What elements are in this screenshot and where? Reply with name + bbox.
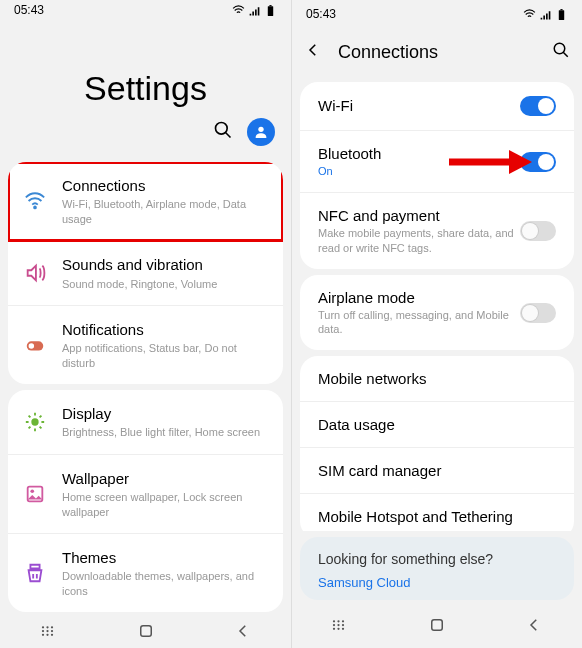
toggle-bluetooth[interactable] [520, 152, 556, 172]
conn-item-data-usage[interactable]: Data usage [300, 402, 574, 448]
settings-item-themes[interactable]: ThemesDownloadable themes, wallpapers, a… [8, 534, 283, 612]
svg-rect-12 [560, 9, 562, 10]
home-button[interactable] [137, 622, 155, 644]
back-button[interactable] [525, 616, 543, 638]
suggestions-card: Looking for something else? Samsung Clou… [300, 537, 574, 600]
connections-screen: 05:43 Connections Wi-Fi BluetoothOnNFC a… [291, 0, 582, 648]
conn-item-mobile-hotspot-and-tethering[interactable]: Mobile Hotspot and Tethering [300, 494, 574, 531]
item-text: BluetoothOn [318, 145, 520, 178]
svg-point-4 [34, 207, 36, 209]
conn-item-wi-fi[interactable]: Wi-Fi [300, 82, 574, 131]
conn-item-mobile-networks[interactable]: Mobile networks [300, 356, 574, 402]
connections-group: Airplane modeTurn off calling, messaging… [300, 275, 574, 351]
conn-item-sim-card-manager[interactable]: SIM card manager [300, 448, 574, 494]
item-title: NFC and payment [318, 207, 520, 224]
settings-item-wallpaper[interactable]: WallpaperHome screen wallpaper, Lock scr… [8, 455, 283, 534]
item-subtitle: On [318, 164, 520, 178]
item-title: Data usage [318, 416, 556, 433]
svg-rect-10 [140, 626, 151, 637]
back-button[interactable] [234, 622, 252, 644]
item-text: NFC and paymentMake mobile payments, sha… [318, 207, 520, 255]
home-icon [428, 616, 446, 634]
search-icon [213, 120, 233, 140]
nav-bar [292, 606, 582, 648]
home-icon [137, 622, 155, 640]
item-title: Display [62, 404, 267, 424]
svg-rect-11 [559, 10, 564, 20]
status-icons [232, 4, 277, 17]
suggestions-title: Looking for something else? [318, 551, 556, 567]
back-icon [234, 622, 252, 640]
item-subtitle: Sound mode, Ringtone, Volume [62, 277, 267, 291]
settings-item-sounds-and-vibration[interactable]: Sounds and vibrationSound mode, Ringtone… [8, 241, 283, 306]
wifi-icon [232, 4, 245, 17]
item-title: Themes [62, 548, 267, 568]
page-title: Connections [338, 42, 536, 63]
item-title: Wallpaper [62, 469, 267, 489]
item-subtitle: Turn off calling, messaging, and Mobile … [318, 308, 520, 337]
account-button[interactable] [247, 118, 275, 146]
item-text: Data usage [318, 416, 556, 433]
clock: 05:43 [14, 3, 44, 17]
wifi-icon [523, 8, 536, 21]
svg-point-7 [31, 418, 38, 425]
item-title: Mobile networks [318, 370, 556, 387]
item-title: SIM card manager [318, 462, 556, 479]
item-text: NotificationsApp notifications, Status b… [62, 320, 267, 370]
toggle-nfc-and-payment[interactable] [520, 221, 556, 241]
back-icon [525, 616, 543, 634]
sound-icon [24, 262, 46, 284]
item-text: Mobile Hotspot and Tethering [318, 508, 556, 525]
item-text: DisplayBrightness, Blue light filter, Ho… [62, 404, 267, 440]
svg-point-9 [30, 489, 34, 493]
item-title: Mobile Hotspot and Tethering [318, 508, 556, 525]
display-icon [24, 411, 46, 433]
person-icon [253, 124, 269, 140]
svg-rect-1 [269, 5, 271, 6]
item-subtitle: Brightness, Blue light filter, Home scre… [62, 425, 267, 439]
item-title: Airplane mode [318, 289, 520, 306]
settings-group: DisplayBrightness, Blue light filter, Ho… [8, 390, 283, 612]
search-button[interactable] [213, 120, 233, 144]
item-title: Notifications [62, 320, 267, 340]
header: Settings [0, 20, 291, 156]
toggle-wi-fi[interactable] [520, 96, 556, 116]
search-button[interactable] [552, 41, 570, 63]
svg-point-6 [29, 343, 34, 349]
toggle-airplane-mode[interactable] [520, 303, 556, 323]
nav-bar [0, 618, 291, 648]
themes-icon [24, 562, 46, 584]
item-text: Sounds and vibrationSound mode, Ringtone… [62, 255, 267, 291]
item-title: Wi-Fi [318, 97, 520, 114]
suggestion-link[interactable]: Samsung Cloud [318, 575, 556, 590]
recents-button[interactable] [331, 616, 349, 638]
item-subtitle: Make mobile payments, share data, and re… [318, 226, 520, 255]
connections-group: Mobile networksData usageSIM card manage… [300, 356, 574, 531]
home-button[interactable] [428, 616, 446, 638]
battery-icon [555, 8, 568, 21]
settings-item-notifications[interactable]: NotificationsApp notifications, Status b… [8, 306, 283, 384]
back-button[interactable] [304, 41, 322, 63]
recents-button[interactable] [40, 622, 58, 644]
settings-item-display[interactable]: DisplayBrightness, Blue light filter, Ho… [8, 390, 283, 455]
clock: 05:43 [306, 7, 336, 21]
settings-item-connections[interactable]: ConnectionsWi-Fi, Bluetooth, Airplane mo… [8, 162, 283, 241]
conn-item-bluetooth[interactable]: BluetoothOn [300, 131, 574, 193]
conn-item-nfc-and-payment[interactable]: NFC and paymentMake mobile payments, sha… [300, 193, 574, 269]
item-text: SIM card manager [318, 462, 556, 479]
wallpaper-icon [24, 483, 46, 505]
page-title: Settings [84, 69, 207, 108]
wifi-icon [24, 190, 46, 212]
item-subtitle: Downloadable themes, wallpapers, and ico… [62, 569, 267, 598]
conn-item-airplane-mode[interactable]: Airplane modeTurn off calling, messaging… [300, 275, 574, 351]
status-bar: 05:43 [292, 0, 582, 28]
item-subtitle: Wi-Fi, Bluetooth, Airplane mode, Data us… [62, 197, 267, 226]
item-title: Connections [62, 176, 267, 196]
chevron-left-icon [304, 41, 322, 59]
notif-icon [24, 334, 46, 356]
signal-icon [539, 8, 552, 21]
battery-icon [264, 4, 277, 17]
topbar: Connections [292, 28, 582, 76]
svg-point-2 [216, 122, 228, 134]
item-text: ConnectionsWi-Fi, Bluetooth, Airplane mo… [62, 176, 267, 226]
